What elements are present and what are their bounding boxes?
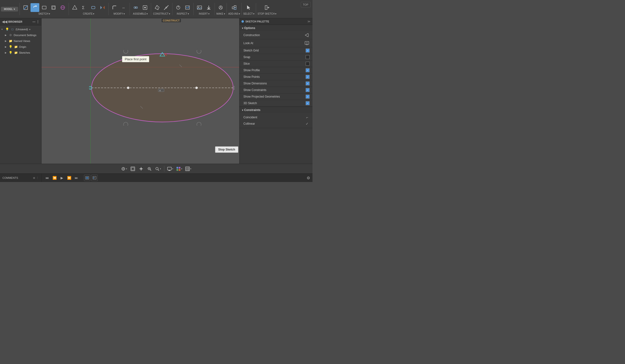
palette-row-snap[interactable]: Snap [240, 54, 312, 60]
browser-tree: ▾ 💡 □ (Unsaved) ● ▶ ⚙ Document Settings … [0, 25, 41, 164]
stop-sketch-button[interactable]: Stop Sketch [215, 146, 238, 153]
timeline-view-btn-2[interactable] [91, 175, 98, 181]
tree-item-namedviews[interactable]: ▶ 📁 Named Views [0, 38, 41, 44]
palette-row-3dsketch[interactable]: 3D Sketch ✓ [240, 100, 312, 107]
settings-button[interactable]: ⚙ [305, 175, 312, 181]
browser-drag-icon[interactable]: ⋮ [36, 20, 39, 24]
inspect-analysis-icon[interactable] [183, 3, 192, 12]
palette-expand-icon[interactable]: ≫ [307, 20, 311, 23]
modify-fillet-icon[interactable] [110, 3, 119, 12]
addins-label[interactable]: ADD-INS▾ [228, 12, 240, 15]
constraint-row-collinear[interactable]: Collinear ✓ [240, 120, 312, 127]
canvas-tooltip: Place first point [122, 56, 149, 62]
palette-check-slice[interactable] [306, 62, 310, 66]
tree-label-docsettings: Document Settings [14, 34, 36, 37]
palette-check-showprofile[interactable]: ✓ [306, 68, 310, 72]
select-label[interactable]: SELECT▾ [243, 12, 254, 15]
palette-check-showprojected[interactable]: ✓ [306, 95, 310, 99]
create-sum-icon[interactable]: Σ [80, 3, 88, 12]
palette-row-showprojected[interactable]: Show Projected Geometries ✓ [240, 93, 312, 100]
model-dropdown[interactable]: MODEL ▾ [1, 7, 18, 11]
tree-item-docsettings[interactable]: ▶ ⚙ Document Settings [0, 32, 41, 38]
browser-minimize-icon[interactable]: — [32, 20, 35, 24]
svg-rect-83 [179, 167, 180, 168]
make-icon[interactable] [216, 3, 225, 12]
bottom-display-dropdown[interactable]: ▾ [166, 166, 174, 171]
palette-section-constraints: ▾ Constraints Coincident ⌐ Collinear ✓ [240, 107, 312, 128]
inspect-measure-icon[interactable] [174, 3, 183, 12]
sketch-create-icon[interactable] [21, 3, 30, 12]
addins-icon[interactable] [230, 3, 239, 12]
insert-import-icon[interactable] [204, 3, 213, 12]
create-extrude-icon[interactable] [70, 3, 79, 12]
construct-label[interactable]: CONSTRUCT▾ [153, 12, 170, 15]
svg-point-77 [156, 167, 158, 170]
playback-next-btn[interactable]: ⏩ [66, 175, 72, 181]
tree-item-unsaved[interactable]: ▾ 💡 □ (Unsaved) ● [0, 26, 41, 32]
palette-row-showprofile[interactable]: Show Profile ✓ [240, 67, 312, 74]
sketch-label[interactable]: SKETCH▾ [38, 12, 50, 15]
tree-item-origin[interactable]: ▶ 💡 📁 Origin [0, 44, 41, 50]
timeline-view-btn-1[interactable] [84, 175, 90, 181]
assemble-component-icon[interactable] [141, 3, 149, 12]
canvas-area[interactable]: ⊞ [41, 18, 239, 164]
palette-check-sketchgrid[interactable]: ✓ [306, 49, 310, 53]
modify-scale-icon[interactable]: ↔ [119, 3, 128, 12]
palette-check-3dsketch[interactable]: ✓ [306, 101, 310, 105]
bottom-pan-icon[interactable] [137, 165, 145, 172]
palette-row-showpoints[interactable]: Show Points ✓ [240, 74, 312, 80]
assemble-label[interactable]: ASSEMBLE▾ [133, 12, 148, 15]
palette-construction-icon[interactable] [304, 32, 310, 38]
constraint-row-coincident[interactable]: Coincident ⌐ [240, 114, 312, 120]
browser-collapse-icon[interactable]: ◀◀ [2, 20, 7, 24]
bottom-effects-dropdown[interactable]: ▾ [175, 166, 183, 171]
svg-rect-11 [92, 6, 95, 9]
sketch-globe-icon[interactable] [58, 3, 67, 12]
stop-sketch-toolbar-icon[interactable] [263, 3, 272, 12]
playback-play-btn[interactable]: ▶ [59, 175, 64, 181]
palette-check-showpoints[interactable]: ✓ [306, 75, 310, 79]
bottom-frame-icon[interactable] [129, 165, 136, 172]
bottom-zoom-icon[interactable] [146, 165, 153, 172]
comments-add-icon[interactable]: ⊕ [33, 176, 35, 180]
create-mirror-icon[interactable] [98, 3, 107, 12]
sketch-rect-icon[interactable] [40, 3, 49, 12]
construct-plane-icon[interactable] [153, 3, 161, 12]
palette-row-showdimensions[interactable]: Show Dimensions ✓ [240, 80, 312, 87]
palette-lookat-icon[interactable] [304, 40, 310, 46]
palette-row-lookat[interactable]: Look At [240, 39, 312, 47]
inspect-label[interactable]: INSPECT▾ [177, 12, 189, 15]
modify-label[interactable]: MODIFY▾ [114, 12, 125, 15]
palette-section-options-header[interactable]: ▾ Options [240, 25, 312, 31]
stop-sketch-label[interactable]: STOP SKETCH▾ [258, 12, 276, 15]
make-label[interactable]: MAKE▾ [216, 12, 225, 15]
view-indicator[interactable]: TOP [301, 2, 311, 7]
palette-check-snap[interactable] [306, 55, 310, 59]
select-icon[interactable] [244, 3, 253, 12]
bottom-zoomfit-dropdown[interactable]: ▾ [154, 166, 162, 171]
playback-last-btn[interactable]: ⏭ [74, 175, 79, 181]
palette-section-constraints-header[interactable]: ▾ Constraints [240, 107, 312, 113]
palette-row-slice[interactable]: Slice [240, 60, 312, 67]
bottom-snap-dropdown[interactable]: ▾ [120, 166, 128, 171]
palette-row-sketchgrid[interactable]: Sketch Grid ✓ [240, 47, 312, 54]
palette-row-showconstraints[interactable]: Show Constraints ✓ [240, 87, 312, 93]
comments-drag-icon[interactable]: ⋮ [36, 176, 39, 180]
sketch-redo-icon[interactable] [31, 3, 39, 12]
bottom-grid-dropdown[interactable]: ▾ [184, 166, 192, 171]
construct-axis-icon[interactable] [162, 3, 171, 12]
playback-first-btn[interactable]: ⏮ [44, 175, 50, 181]
palette-check-showdimensions[interactable]: ✓ [306, 82, 310, 85]
palette-check-showconstraints[interactable]: ✓ [306, 88, 310, 92]
insert-label[interactable]: INSERT▾ [199, 12, 210, 15]
insert-image-icon[interactable] [195, 3, 204, 12]
sketch-3d-icon[interactable] [49, 3, 58, 12]
main-toolbar: MODEL ▾ SKETCH▾ [0, 0, 312, 18]
palette-row-construction[interactable]: Construction [240, 31, 312, 39]
create-pipe-icon[interactable] [89, 3, 98, 12]
palette-label-showprojected: Show Projected Geometries [243, 95, 280, 98]
create-label[interactable]: CREATE▾ [83, 12, 94, 15]
assemble-joint-icon[interactable] [131, 3, 140, 12]
playback-prev-btn[interactable]: ⏪ [52, 175, 57, 181]
tree-item-sketches[interactable]: ▶ 💡 📁 Sketches [0, 50, 41, 56]
